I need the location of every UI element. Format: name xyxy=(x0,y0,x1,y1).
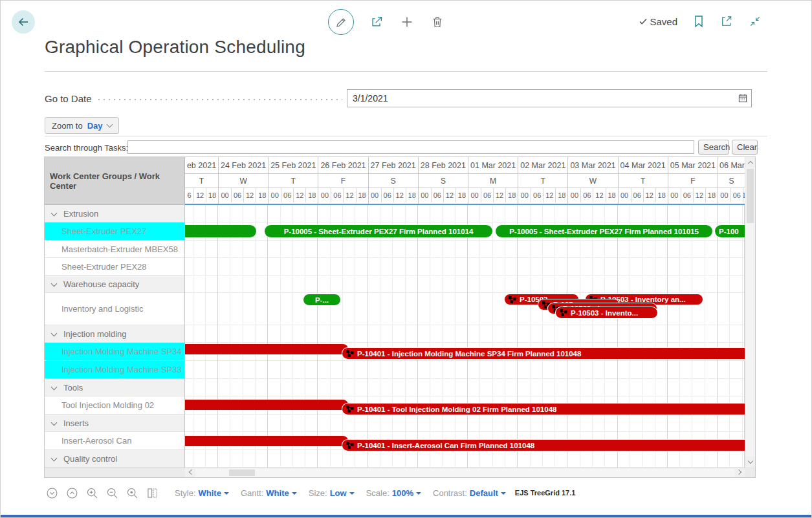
dependency-icon xyxy=(346,405,354,413)
tree-row-inventory-and-logistic[interactable]: Inventory and Logistic xyxy=(45,293,184,325)
tree-row-inserts[interactable]: Inserts xyxy=(45,415,184,432)
circle-chevron-down-icon[interactable] xyxy=(45,486,59,500)
scroll-down-button[interactable] xyxy=(745,457,755,467)
tree-row-tool-injection-molding-02[interactable]: Tool Injection Molding 02 xyxy=(45,396,184,415)
tree-row-extrusion[interactable]: Extrusion xyxy=(45,205,184,222)
task-bar[interactable]: P-100 xyxy=(715,225,745,237)
task-bar[interactable]: P-10401 - Injection Molding Machine SP34… xyxy=(342,348,745,359)
task-bar[interactable] xyxy=(185,344,348,354)
menu-label: Size: xyxy=(309,488,327,498)
tree-row-injection-molding-machine-sp34[interactable]: Injection Molding Machine SP34 xyxy=(45,343,184,361)
search-tasks-input[interactable] xyxy=(127,140,694,154)
task-bar[interactable] xyxy=(185,225,256,237)
task-bar[interactable]: P-10401 - Insert-Aerosol Can Firm Planne… xyxy=(342,440,745,451)
task-bar[interactable] xyxy=(185,400,348,410)
task-bar[interactable]: P-10401 - Tool Injection Molding 02 Firm… xyxy=(342,404,745,415)
hour-label: 12 xyxy=(293,188,305,202)
scroll-up-icon xyxy=(747,160,752,166)
day-letter-label: W xyxy=(568,174,617,188)
day-date-label: 26 Feb 2021 xyxy=(318,157,368,174)
day-date-label: 24 Feb 2021 xyxy=(219,157,268,174)
back-button[interactable] xyxy=(12,10,35,34)
style-menu[interactable]: Style:White xyxy=(175,488,229,498)
chevron-down-icon[interactable] xyxy=(51,455,58,461)
caret-down-icon xyxy=(292,492,297,495)
share-icon[interactable] xyxy=(369,15,384,29)
tree-row-insert-aerosol-can[interactable]: Insert-Aerosol Can xyxy=(45,432,184,450)
popout-icon[interactable] xyxy=(720,15,733,28)
grid-line xyxy=(430,205,430,468)
task-bar[interactable] xyxy=(185,436,348,446)
add-icon[interactable] xyxy=(399,14,415,30)
zoom-to-select[interactable]: Zoom to Day xyxy=(45,117,119,134)
timeline-day: 03 Mar 2021W00061218 xyxy=(567,157,617,204)
gantt-row xyxy=(185,258,745,275)
task-bar[interactable]: P-10005 - Sheet-Extruder PEX27 Firm Plan… xyxy=(496,225,712,237)
collapse-icon[interactable] xyxy=(749,15,762,28)
gantt-menu[interactable]: Gantt:White xyxy=(241,488,297,498)
grid-line xyxy=(580,205,580,468)
tree-row-label: Insert-Aerosol Can xyxy=(61,436,131,446)
vertical-scroll-thumb[interactable] xyxy=(747,169,754,223)
bookmark-icon[interactable] xyxy=(693,15,705,28)
calendar-icon[interactable] xyxy=(734,92,751,104)
task-bar[interactable]: P-10005 - Sheet-Extruder PEX27 Firm Plan… xyxy=(265,225,492,237)
grid-line xyxy=(744,205,745,468)
menu-value: Low xyxy=(330,488,347,498)
scroll-left-icon xyxy=(188,469,193,474)
task-bar-label: P-10401 - Injection Molding Machine SP34… xyxy=(357,350,581,358)
zoom-in-icon[interactable] xyxy=(85,486,99,500)
chevron-down-icon[interactable] xyxy=(51,383,58,390)
chevron-down-icon[interactable] xyxy=(51,210,58,216)
hour-label: 12 xyxy=(393,188,406,202)
contrast-menu[interactable]: Contrast:Default xyxy=(433,488,506,498)
page-toolbar xyxy=(328,9,444,35)
chevron-down-icon[interactable] xyxy=(51,280,58,286)
hour-label: 00 xyxy=(718,188,730,202)
clear-button[interactable]: Clear xyxy=(732,140,758,155)
zoom-reset-icon[interactable] xyxy=(125,486,139,500)
vertical-scrollbar[interactable] xyxy=(745,157,755,468)
chevron-down-icon[interactable] xyxy=(51,330,58,336)
tree-row-label: Injection Molding Machine SP33 xyxy=(61,365,182,374)
tree-row-tools[interactable]: Tools xyxy=(45,379,184,396)
fit-columns-icon[interactable] xyxy=(145,486,159,500)
search-button[interactable]: Search xyxy=(698,140,729,155)
scale-menu[interactable]: Scale:100% xyxy=(366,488,421,498)
tree-row-injection-molding[interactable]: Injection molding xyxy=(45,325,184,343)
timeline-day: 28 Feb 2021S00061218 xyxy=(418,157,468,204)
horizontal-scroll-thumb[interactable] xyxy=(229,469,255,476)
gantt-row xyxy=(185,325,745,343)
grid-line xyxy=(679,205,680,468)
size-menu[interactable]: Size:Low xyxy=(309,488,355,498)
hour-label: 18 xyxy=(305,188,318,202)
zoom-out-icon[interactable] xyxy=(105,486,119,500)
hour-label: 00 xyxy=(419,188,431,202)
scroll-up-button[interactable] xyxy=(745,157,755,167)
tree-row-sheet-extruder-pex28[interactable]: Sheet-Extruder PEX28 xyxy=(45,258,184,275)
horizontal-scrollbar[interactable] xyxy=(45,468,755,477)
status-toolbar: Saved xyxy=(639,15,762,28)
tree-row-warehouse-capacity[interactable]: Warehouse capacity xyxy=(45,275,184,293)
grid-line xyxy=(492,205,493,468)
goto-date-input[interactable] xyxy=(347,93,734,103)
tree-row-masterbatch-extruder-mbex58[interactable]: Masterbatch-Extruder MBEX58 xyxy=(45,241,184,258)
trash-icon[interactable] xyxy=(430,15,444,29)
task-bar-label: P-... xyxy=(315,296,329,304)
tree-row-quality-control[interactable]: Quality control xyxy=(45,450,184,468)
tree-row-sheet-extruder-pex27[interactable]: Sheet-Extruder PEX27 xyxy=(45,222,184,241)
day-date-label: 25 Feb 2021 xyxy=(269,157,318,174)
day-letter-label: W xyxy=(219,174,268,188)
hour-label: 12 xyxy=(243,188,256,202)
scroll-right-button[interactable] xyxy=(734,468,745,477)
hour-label: 00 xyxy=(269,188,281,202)
scroll-left-button[interactable] xyxy=(185,468,195,477)
edit-button[interactable] xyxy=(328,9,354,35)
grid-line xyxy=(230,205,230,468)
task-bar[interactable]: P-10503 - Invento... xyxy=(556,307,657,318)
task-bar[interactable]: P-... xyxy=(303,294,340,305)
chevron-down-icon[interactable] xyxy=(51,419,58,426)
gantt-chart-area[interactable]: P-10005 - Sheet-Extruder PEX27 Firm Plan… xyxy=(185,205,745,468)
circle-chevron-up-icon[interactable] xyxy=(65,486,79,500)
tree-row-injection-molding-machine-sp33[interactable]: Injection Molding Machine SP33 xyxy=(45,361,184,379)
